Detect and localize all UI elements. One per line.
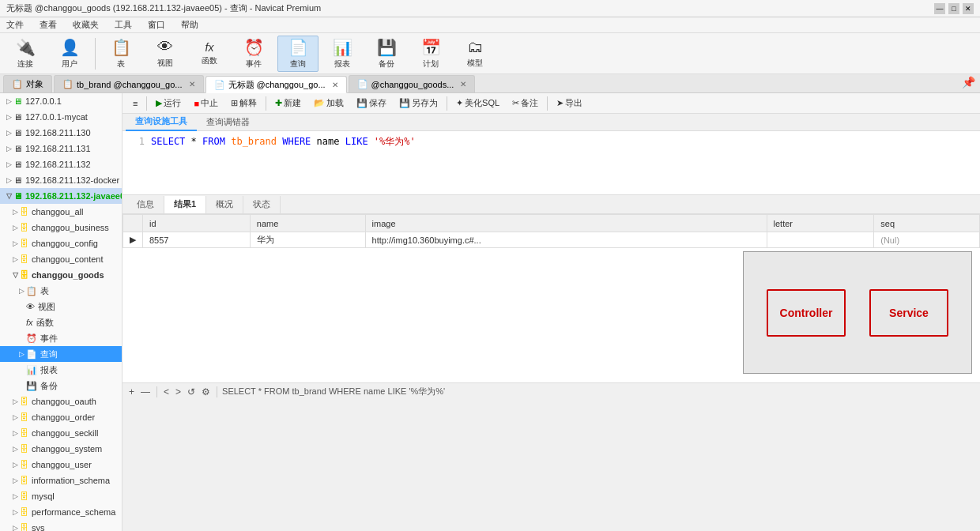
sidebar-item-17[interactable]: ▷ 📊 报表 (0, 362, 122, 378)
sidebar-item-13[interactable]: ▷ 👁 视图 (0, 299, 122, 314)
sidebar-label-1: 127.0.0.1-mycat (25, 112, 88, 122)
sidebar-item-8[interactable]: ▷ 🗄 changgou_business (0, 220, 122, 235)
toolbar-model[interactable]: 🗂 模型 (454, 36, 496, 72)
tab-untitled-close[interactable]: ✕ (332, 81, 338, 89)
toolbar-query[interactable]: 📄 查询 (277, 36, 318, 72)
minimize-button[interactable]: — (934, 3, 945, 14)
col-letter[interactable]: letter (767, 215, 874, 232)
next-page-button[interactable]: > (174, 386, 183, 397)
tab-tb-brand-close[interactable]: ✕ (189, 80, 195, 88)
sidebar-item-3[interactable]: ▷ 🖥 192.168.211.131 (0, 141, 122, 156)
sidebar-item-6[interactable]: ▽ 🖥 192.168.211.132-javaee05 (0, 188, 122, 204)
sidebar-item-9[interactable]: ▷ 🗄 changgou_config (0, 235, 122, 251)
sidebar-item-25[interactable]: ▷ 🗄 mysql (0, 488, 122, 504)
results-tab-result1[interactable]: 结果1 (164, 196, 206, 213)
sidebar-item-26[interactable]: ▷ 🗄 performance_schema (0, 504, 122, 520)
tab-untitled[interactable]: 📄 无标题 @changgou_go... ✕ (205, 76, 347, 93)
toolbar-event[interactable]: ⏰ 事件 (233, 36, 274, 72)
results-tab-info[interactable]: 信息 (127, 196, 164, 213)
user-icon: 👤 (60, 38, 80, 57)
pin-icon[interactable]: 📌 (962, 76, 975, 88)
service-button[interactable]: Service (869, 289, 948, 337)
tab-tb-brand[interactable]: 📋 tb_brand @changgou_go... ✕ (54, 75, 204, 92)
prev-page-button[interactable]: < (162, 386, 171, 397)
comment-button[interactable]: ✂ 备注 (507, 95, 544, 112)
refresh-button[interactable]: ↺ (186, 386, 197, 397)
tab-tb-brand-icon: 📋 (62, 79, 74, 89)
beautify-button[interactable]: ✦ 美化SQL (450, 95, 505, 112)
load-button[interactable]: 📂 加载 (308, 95, 349, 112)
menu-button[interactable]: ≡ (127, 95, 143, 112)
delete-row-button[interactable]: — (139, 386, 152, 397)
toolbar-table[interactable]: 📋 表 (100, 36, 141, 72)
col-seq[interactable]: seq (874, 215, 980, 232)
new-button[interactable]: ✚ 新建 (270, 95, 307, 112)
tab-object[interactable]: 📋 对象 (3, 75, 52, 92)
results-tab-status[interactable]: 状态 (243, 196, 281, 213)
toolbar-function[interactable]: fx 函数 (189, 36, 230, 72)
explain-button[interactable]: ⊞ 解释 (225, 95, 262, 112)
toolbar-backup[interactable]: 💾 备份 (366, 36, 407, 72)
sidebar-item-24[interactable]: ▷ 🗄 information_schema (0, 473, 122, 488)
menu-tools[interactable]: 工具 (111, 19, 135, 31)
titlebar-controls[interactable]: — □ ✕ (934, 3, 974, 14)
toolbar-report[interactable]: 📊 报表 (322, 36, 363, 72)
export-button[interactable]: ➤ 导出 (551, 95, 588, 112)
sidebar-item-22[interactable]: ▷ 🗄 changgou_system (0, 441, 122, 457)
close-button[interactable]: ✕ (963, 3, 974, 14)
sidebar-item-16[interactable]: ▷ 📄 查询 (0, 346, 122, 362)
results-tab-overview[interactable]: 概况 (206, 196, 243, 213)
sidebar-item-27[interactable]: ▷ 🗄 sys (0, 520, 122, 531)
sidebar-item-15[interactable]: ▷ ⏰ 事件 (0, 330, 122, 346)
save-button[interactable]: 💾 保存 (351, 95, 392, 112)
sidebar-item-20[interactable]: ▷ 🗄 changgou_order (0, 409, 122, 425)
titlebar: 无标题 @changgou_goods (192.168.211.132-jav… (0, 0, 980, 17)
menu-help[interactable]: 帮助 (178, 19, 202, 31)
sidebar-item-23[interactable]: ▷ 🗄 changgou_user (0, 457, 122, 473)
col-image[interactable]: image (365, 215, 767, 232)
run-button[interactable]: ▶ 运行 (150, 95, 187, 112)
sql-editor[interactable]: 1 SELECT * FROM tb_brand WHERE name LIKE… (122, 131, 980, 194)
maximize-button[interactable]: □ (948, 3, 959, 14)
add-row-button[interactable]: + (127, 386, 136, 397)
sep4 (547, 96, 548, 111)
save-as-button[interactable]: 💾 另存为 (394, 95, 443, 112)
toolbar-connect[interactable]: 🔌 连接 (5, 36, 46, 72)
sidebar-item-4[interactable]: ▷ 🖥 192.168.211.132 (0, 156, 122, 172)
col-name[interactable]: name (250, 215, 365, 232)
table-row[interactable]: ▶ 8557 华为 http://img10.360buyimg.c#... (… (123, 232, 980, 248)
sidebar-item-2[interactable]: ▷ 🖥 192.168.211.130 (0, 125, 122, 141)
sidebar-item-11[interactable]: ▽ 🗄 changgou_goods (0, 267, 122, 283)
tab-changgou-close[interactable]: ✕ (460, 80, 466, 88)
sidebar-label-12: 表 (40, 285, 49, 297)
sidebar-label-22: changgou_system (32, 444, 102, 454)
menu-window[interactable]: 窗口 (145, 19, 168, 31)
sidebar-item-10[interactable]: ▷ 🗄 changgou_content (0, 251, 122, 267)
sidebar-item-14[interactable]: ▷ fx 函数 (0, 314, 122, 330)
sidebar-item-1[interactable]: ▷ 🖥 127.0.0.1-mycat (0, 109, 122, 125)
controller-button[interactable]: Controller (767, 289, 846, 337)
sidebar-item-7[interactable]: ▷ 🗄 changgou_all (0, 204, 122, 220)
toolbar-user[interactable]: 👤 用户 (49, 36, 90, 72)
toolbar-schedule[interactable]: 📅 计划 (410, 36, 451, 72)
sidebar-item-5[interactable]: ▷ 🖥 192.168.211.132-docker (0, 172, 122, 188)
sub-tab-query-debug[interactable]: 查询调错器 (197, 114, 259, 131)
col-id[interactable]: id (143, 215, 251, 232)
sub-tab-query-tools[interactable]: 查询设施工具 (126, 114, 197, 131)
menu-view[interactable]: 查看 (36, 19, 60, 31)
new-icon: ✚ (275, 98, 282, 108)
sidebar-item-18[interactable]: ▷ 💾 备份 (0, 378, 122, 394)
sidebar-item-0[interactable]: ▷ 🖥 127.0.0.1 (0, 93, 122, 109)
sidebar-item-12[interactable]: ▷ 📋 表 (0, 283, 122, 299)
sidebar-item-19[interactable]: ▷ 🗄 changgou_oauth (0, 394, 122, 409)
settings-button[interactable]: ⚙ (200, 386, 212, 397)
tab-object-label: 对象 (26, 78, 43, 90)
stop-button[interactable]: ■ 中止 (188, 95, 224, 112)
sidebar-label-16: 查询 (40, 348, 58, 360)
tab-changgou[interactable]: 📄 @changgou_goods... ✕ (349, 75, 476, 92)
sidebar-item-21[interactable]: ▷ 🗄 changgou_seckill (0, 425, 122, 441)
toolbar-view[interactable]: 👁 视图 (145, 36, 186, 72)
menu-favorites[interactable]: 收藏夹 (70, 19, 102, 31)
menu-file[interactable]: 文件 (3, 19, 27, 31)
tab-changgou-label: @changgou_goods... (371, 80, 454, 89)
